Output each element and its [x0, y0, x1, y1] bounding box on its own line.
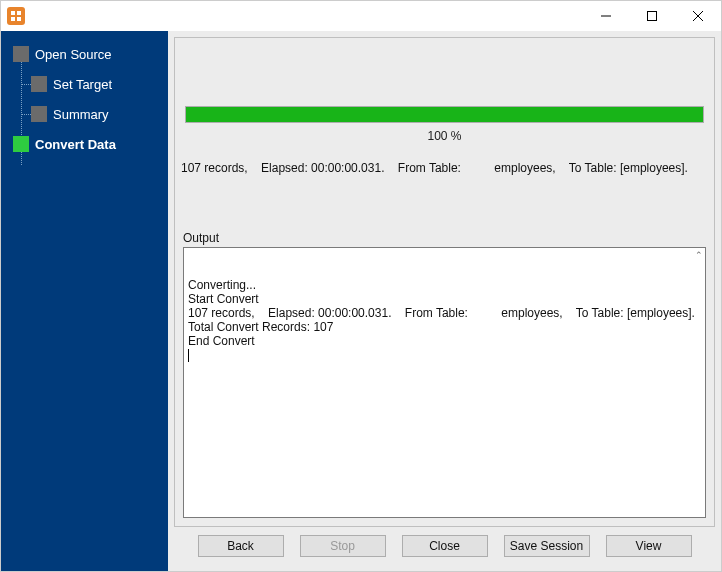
output-section: Output Converting...Start Convert107 rec… — [179, 231, 710, 522]
sidebar-item-summary[interactable]: Summary — [1, 99, 168, 129]
progress-bar — [185, 106, 704, 123]
sidebar-item-label: Summary — [53, 107, 109, 122]
svg-rect-1 — [11, 11, 15, 15]
sidebar-item-label: Convert Data — [35, 137, 116, 152]
sidebar-item-set-target[interactable]: Set Target — [1, 69, 168, 99]
back-button[interactable]: Back — [198, 535, 284, 557]
output-textarea[interactable]: Converting...Start Convert107 records, E… — [183, 247, 706, 518]
svg-rect-4 — [17, 17, 21, 21]
content-pane: 100 % 107 records, Elapsed: 00:00:00.031… — [168, 31, 721, 571]
sidebar-item-open-source[interactable]: Open Source — [1, 39, 168, 69]
output-line: Total Convert Records: 107 — [188, 320, 701, 334]
scroll-up-icon[interactable]: ⌃ — [695, 250, 703, 260]
output-line: Start Convert — [188, 292, 701, 306]
app-icon — [7, 7, 25, 25]
output-line: Converting... — [188, 278, 701, 292]
titlebar — [1, 1, 721, 31]
sidebar-item-convert-data[interactable]: Convert Data — [1, 129, 168, 159]
sidebar: Open Source Set Target Summary Convert D… — [1, 31, 168, 571]
main-area: Open Source Set Target Summary Convert D… — [1, 31, 721, 571]
view-button[interactable]: View — [606, 535, 692, 557]
content-canvas: 100 % 107 records, Elapsed: 00:00:00.031… — [174, 37, 715, 527]
step-box-icon — [31, 106, 47, 122]
button-row: Back Stop Close Save Session View — [174, 527, 715, 565]
svg-rect-3 — [11, 17, 15, 21]
maximize-button[interactable] — [629, 1, 675, 31]
minimize-button[interactable] — [583, 1, 629, 31]
stop-button: Stop — [300, 535, 386, 557]
sidebar-item-label: Set Target — [53, 77, 112, 92]
step-box-icon — [31, 76, 47, 92]
step-box-icon — [13, 46, 29, 62]
progress-section: 100 % — [185, 106, 704, 143]
progress-label: 100 % — [185, 129, 704, 143]
status-line: 107 records, Elapsed: 00:00:00.031. From… — [181, 161, 708, 175]
svg-rect-6 — [648, 12, 657, 21]
close-button[interactable]: Close — [402, 535, 488, 557]
save-session-button[interactable]: Save Session — [504, 535, 590, 557]
output-line: End Convert — [188, 334, 701, 348]
sidebar-item-label: Open Source — [35, 47, 112, 62]
output-line: 107 records, Elapsed: 00:00:00.031. From… — [188, 306, 701, 320]
window-controls — [583, 1, 721, 31]
output-label: Output — [183, 231, 706, 245]
step-box-icon — [13, 136, 29, 152]
close-window-button[interactable] — [675, 1, 721, 31]
svg-rect-2 — [17, 11, 21, 15]
